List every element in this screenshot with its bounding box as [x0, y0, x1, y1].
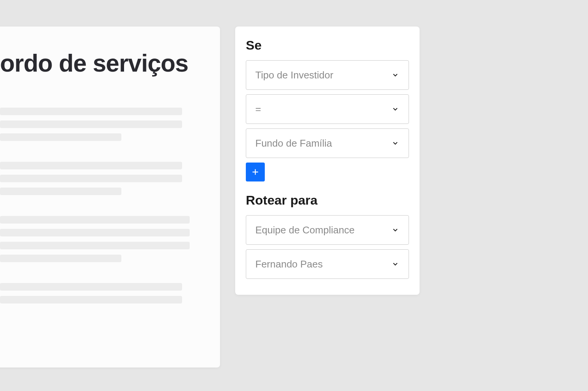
placeholder-line — [0, 175, 182, 182]
chevron-down-icon — [391, 71, 399, 79]
placeholder-line — [0, 162, 182, 169]
condition-value-select[interactable]: Fundo de Família — [246, 128, 409, 158]
condition-field-label: Tipo de Investidor — [255, 69, 333, 81]
route-team-select[interactable]: Equipe de Compliance — [246, 215, 409, 245]
placeholder-line — [0, 242, 190, 249]
route-team-label: Equipe de Compliance — [255, 224, 355, 236]
chevron-down-icon — [391, 226, 399, 234]
placeholder-line — [0, 108, 182, 115]
placeholder-line — [0, 133, 121, 141]
if-heading: Se — [246, 38, 409, 53]
placeholder-line — [0, 296, 182, 303]
route-heading: Rotear para — [246, 193, 409, 208]
chevron-down-icon — [391, 139, 399, 147]
route-person-label: Fernando Paes — [255, 258, 323, 270]
condition-operator-select[interactable]: = — [246, 94, 409, 124]
chevron-down-icon — [391, 260, 399, 268]
chevron-down-icon — [391, 105, 399, 113]
document-title: ordo de serviços — [0, 49, 182, 77]
placeholder-line — [0, 229, 190, 236]
plus-icon — [251, 168, 259, 176]
placeholder-line — [0, 216, 190, 224]
placeholder-line — [0, 120, 182, 128]
placeholder-line — [0, 283, 182, 291]
condition-field-select[interactable]: Tipo de Investidor — [246, 60, 409, 90]
placeholder-paragraph — [0, 108, 182, 141]
placeholder-line — [0, 255, 121, 262]
rules-panel: Se Tipo de Investidor = Fundo de Família… — [235, 27, 420, 295]
placeholder-paragraph — [0, 216, 182, 262]
condition-operator-label: = — [255, 103, 261, 115]
route-person-select[interactable]: Fernando Paes — [246, 249, 409, 279]
document-preview-panel: ordo de serviços — [0, 27, 220, 368]
placeholder-paragraph — [0, 162, 182, 195]
condition-value-label: Fundo de Família — [255, 138, 332, 149]
placeholder-line — [0, 188, 121, 195]
add-condition-button[interactable] — [246, 163, 265, 181]
placeholder-paragraph — [0, 283, 182, 303]
